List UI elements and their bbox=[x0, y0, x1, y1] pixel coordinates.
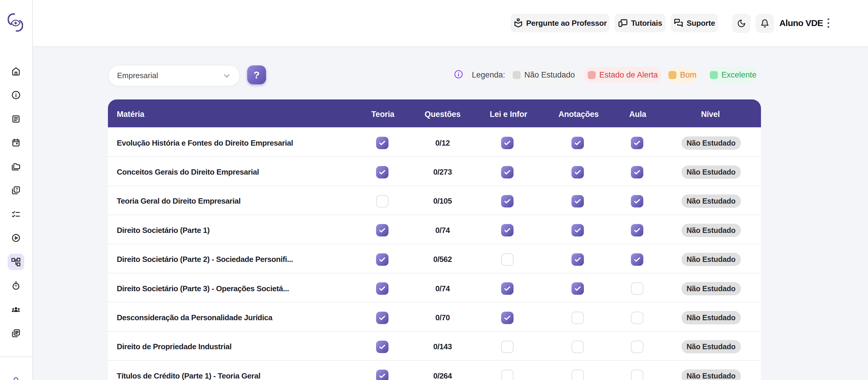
svg-text:?: ? bbox=[16, 187, 18, 192]
